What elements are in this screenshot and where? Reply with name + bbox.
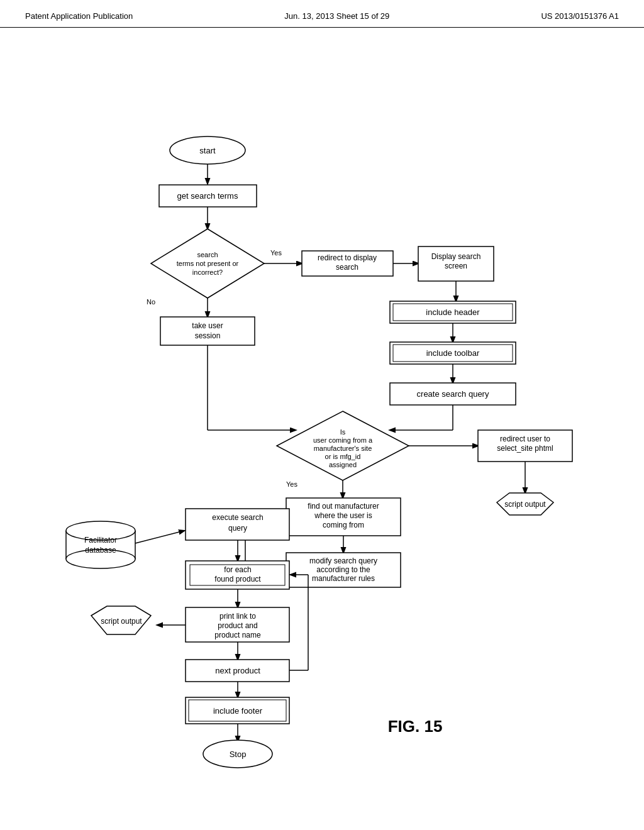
- svg-text:found product: found product: [214, 575, 261, 584]
- svg-text:print link to: print link to: [219, 612, 256, 621]
- svg-text:according to the: according to the: [316, 565, 370, 574]
- svg-text:manufacturer's site: manufacturer's site: [314, 445, 372, 452]
- svg-text:next product: next product: [215, 666, 260, 675]
- svg-text:session: session: [195, 331, 221, 340]
- svg-text:Facilitator: Facilitator: [84, 536, 117, 545]
- svg-text:product and: product and: [218, 621, 257, 630]
- svg-text:get search terms: get search terms: [177, 191, 238, 201]
- flowchart-svg: start get search terms search terms not …: [0, 28, 644, 770]
- svg-text:screen: screen: [445, 262, 467, 270]
- diagram-area: start get search terms search terms not …: [0, 28, 644, 770]
- svg-text:select_site phtml: select_site phtml: [497, 444, 553, 453]
- svg-text:or is mfg_id: or is mfg_id: [325, 453, 361, 460]
- svg-text:assigned: assigned: [329, 461, 357, 468]
- svg-text:manufacturer rules: manufacturer rules: [312, 574, 375, 583]
- svg-text:terms not present or: terms not present or: [177, 260, 239, 267]
- svg-text:Is: Is: [340, 428, 346, 436]
- header-center: Jun. 13, 2013 Sheet 15 of 29: [284, 11, 389, 21]
- svg-text:user coming from a: user coming from a: [313, 436, 373, 444]
- svg-text:Display search: Display search: [431, 252, 481, 261]
- svg-text:incorrect?: incorrect?: [192, 268, 223, 276]
- svg-text:Stop: Stop: [230, 750, 247, 759]
- svg-text:coming from: coming from: [323, 521, 364, 529]
- svg-text:product name: product name: [214, 631, 261, 639]
- svg-text:redirect user to: redirect user to: [500, 434, 550, 443]
- svg-text:Yes: Yes: [270, 249, 282, 257]
- page-header: Patent Application Publication Jun. 13, …: [0, 0, 644, 28]
- svg-text:search: search: [336, 263, 358, 272]
- svg-text:modify search query: modify search query: [309, 556, 377, 565]
- svg-text:execute search: execute search: [212, 513, 263, 522]
- svg-text:redirect to display: redirect to display: [318, 253, 377, 262]
- svg-text:include header: include header: [426, 307, 480, 317]
- header-left: Patent Application Publication: [25, 11, 133, 21]
- svg-text:query: query: [228, 524, 247, 533]
- svg-line-74: [135, 531, 184, 543]
- svg-text:Yes: Yes: [286, 480, 297, 488]
- svg-text:find out manufacturer: find out manufacturer: [308, 502, 379, 511]
- svg-text:search: search: [197, 251, 218, 258]
- svg-text:script output: script output: [504, 500, 546, 509]
- svg-text:where the user is: where the user is: [314, 511, 372, 520]
- svg-text:script output: script output: [101, 617, 142, 626]
- header-right: US 2013/0151376 A1: [541, 11, 619, 21]
- svg-text:No: No: [147, 298, 155, 306]
- svg-text:FIG. 15: FIG. 15: [388, 717, 443, 736]
- svg-text:start: start: [199, 146, 216, 155]
- svg-text:take user: take user: [192, 321, 223, 330]
- svg-text:for each: for each: [224, 565, 251, 574]
- svg-text:create search query: create search query: [417, 389, 489, 399]
- svg-text:include toolbar: include toolbar: [426, 348, 480, 358]
- svg-text:database: database: [85, 546, 116, 555]
- svg-text:include footer: include footer: [213, 706, 263, 716]
